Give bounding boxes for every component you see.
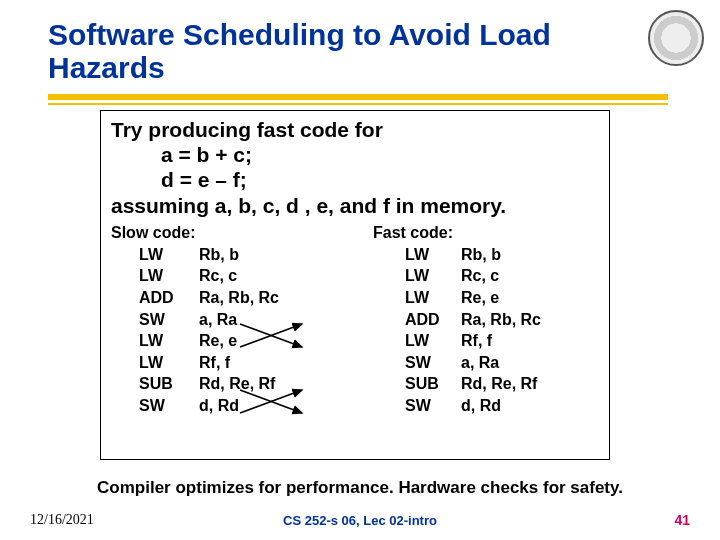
slow-row: LWRc, c [111,265,355,287]
seal-icon [648,10,704,66]
fast-row: LWRe, e [355,287,599,309]
args: d, Rd [199,395,355,417]
slow-row: SWa, Ra [111,309,355,331]
code-columns: Slow code: LWRb, b LWRc, c ADDRa, Rb, Rc… [111,224,599,417]
intro-line2: assuming a, b, c, d , e, and f in memory… [111,194,506,217]
args: Rf, f [461,330,599,352]
footer-page: 41 [674,512,690,528]
args: Rc, c [461,265,599,287]
args: Re, e [461,287,599,309]
slide: Software Scheduling to Avoid Load Hazard… [0,0,720,540]
intro-expr1: a = b + c; [161,142,599,167]
op: LW [405,330,461,352]
args: a, Ra [461,352,599,374]
bottom-note: Compiler optimizes for performance. Hard… [0,478,720,498]
fast-row: ADDRa, Rb, Rc [355,309,599,331]
op: LW [139,265,199,287]
op: SW [405,395,461,417]
args: a, Ra [199,309,355,331]
slow-row: SUBRd, Re, Rf [111,373,355,395]
args: Rd, Re, Rf [199,373,355,395]
title-underline [48,94,668,100]
op: ADD [139,287,199,309]
slow-title: Slow code: [111,224,355,242]
intro-line1: Try producing fast code for [111,118,383,141]
slow-row: LWRb, b [111,244,355,266]
args: Ra, Rb, Rc [199,287,355,309]
intro-text: Try producing fast code for a = b + c; d… [111,117,599,218]
fast-row: SWa, Ra [355,352,599,374]
fast-column: Fast code: LWRb, b LWRc, c LWRe, e ADDRa… [355,224,599,417]
op: LW [405,244,461,266]
fast-row: SUBRd, Re, Rf [355,373,599,395]
op: SUB [139,373,199,395]
fast-row: LWRb, b [355,244,599,266]
args: d, Rd [461,395,599,417]
content-box: Try producing fast code for a = b + c; d… [100,110,610,460]
slow-row: SWd, Rd [111,395,355,417]
slide-title: Software Scheduling to Avoid Load Hazard… [48,18,608,84]
slow-row: ADDRa, Rb, Rc [111,287,355,309]
args: Rb, b [461,244,599,266]
args: Rf, f [199,352,355,374]
args: Rc, c [199,265,355,287]
slow-row: LWRe, e [111,330,355,352]
intro-expr2: d = e – f; [161,167,599,192]
op: SW [139,309,199,331]
fast-row: LWRf, f [355,330,599,352]
fast-title: Fast code: [373,224,599,242]
op: ADD [405,309,461,331]
args: Rd, Re, Rf [461,373,599,395]
args: Ra, Rb, Rc [461,309,599,331]
op: SW [139,395,199,417]
op: LW [139,352,199,374]
op: LW [405,265,461,287]
args: Re, e [199,330,355,352]
fast-row: LWRc, c [355,265,599,287]
args: Rb, b [199,244,355,266]
slow-column: Slow code: LWRb, b LWRc, c ADDRa, Rb, Rc… [111,224,355,417]
fast-row: SWd, Rd [355,395,599,417]
op: SUB [405,373,461,395]
op: LW [139,330,199,352]
op: LW [405,287,461,309]
slow-row: LWRf, f [111,352,355,374]
op: SW [405,352,461,374]
op: LW [139,244,199,266]
title-underline-thin [48,103,668,105]
footer-course: CS 252-s 06, Lec 02-intro [0,513,720,528]
